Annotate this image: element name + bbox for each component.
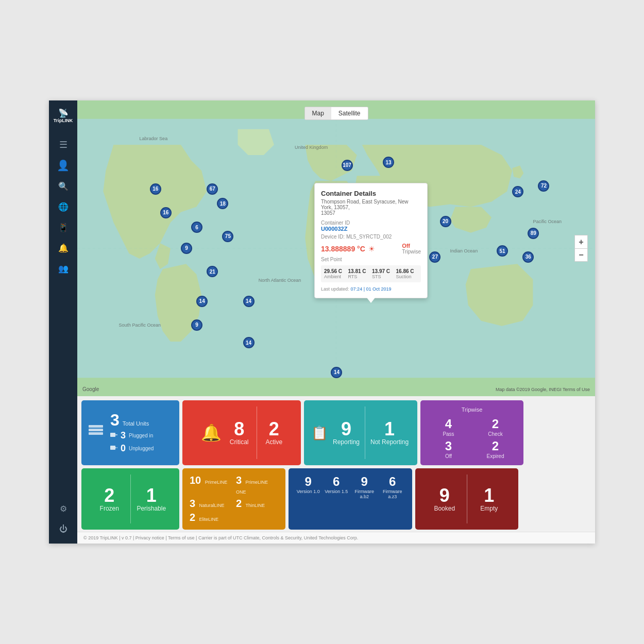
active-label: Active (265, 438, 282, 446)
sidebar-item-map[interactable]: 🌐 (53, 197, 74, 216)
prime10-number: 10 (190, 474, 201, 486)
sidebar-item-user[interactable]: 👤 (53, 156, 74, 175)
stats-row-2: 2 Frozen 1 Perishable 10 (81, 468, 591, 530)
svg-rect-5 (89, 432, 103, 435)
map-marker-21[interactable]: 36 (522, 251, 534, 263)
pass-data: 4 Pass (428, 417, 469, 437)
map-marker-4[interactable]: 16 (160, 207, 172, 218)
app-container: 📡 TripLINK ☰ 👤 🔍 🌐 📱 🔔 👥 ⚙ ⏻ (49, 100, 595, 544)
reporting-clipboard-icon: 📋 (311, 425, 328, 441)
sidebar-logo[interactable]: 📡 TripLINK (53, 106, 74, 126)
svg-rect-3 (89, 425, 103, 428)
tile-primeline[interactable]: 10 PrimeLINE 3 PrimeLINE ONE 3 NaturalLI… (182, 468, 285, 530)
sidebar-item-search[interactable]: 🔍 (53, 177, 74, 195)
map-marker-13[interactable]: 107 (342, 160, 353, 171)
critical-bell-icon: 🔔 (201, 423, 222, 443)
not-reporting-data: 1 Not Reporting (370, 420, 409, 446)
label-pacific: South Pacific Ocean (118, 323, 161, 328)
unplugged-number: 0 (121, 443, 126, 454)
empty-number: 1 (467, 486, 512, 505)
map-marker-18[interactable]: 20 (440, 216, 451, 227)
empty-label: Empty (467, 505, 512, 512)
active-number: 2 (265, 420, 282, 438)
reporting-label: Reporting (333, 438, 360, 446)
map-marker-19[interactable]: 27 (429, 251, 440, 263)
map-marker-1[interactable]: 16 (150, 183, 161, 195)
v10-label: Version 1.0 (296, 489, 321, 494)
reporting-data: 9 Reporting (333, 420, 360, 446)
map-marker-7[interactable]: 75 (222, 231, 233, 242)
zoom-in-button[interactable]: + (574, 235, 588, 248)
unplugged-icon (110, 446, 117, 452)
sidebar-item-settings[interactable]: ⚙ (53, 499, 74, 518)
map-toggle-map[interactable]: Map (304, 107, 331, 120)
sidebar-item-alerts[interactable]: 🔔 (53, 239, 74, 257)
tile-tripwise[interactable]: Tripwise 4 Pass 2 Check 3 (420, 400, 523, 465)
version-10: 9 Version 1.0 (296, 474, 321, 499)
popup-title: Container Details (321, 190, 421, 197)
check-data: 2 Check (474, 417, 516, 437)
popup-sensor-ambient-val: 29.56 C Ambient (324, 268, 346, 279)
popup-container-id[interactable]: U000032Z (321, 226, 350, 232)
container-popup[interactable]: Container Details Thompson Road, East Sy… (314, 183, 428, 298)
label-atlantic: North Atlantic Ocean (259, 278, 301, 283)
popup-device-id: Device ID: ML5_SYRCTD_002 (321, 234, 421, 240)
map-toggle[interactable]: Map Satellite (304, 107, 368, 120)
sidebar-item-power[interactable]: ⏻ (53, 520, 74, 538)
perishable-data: 1 Perishable (131, 486, 173, 512)
primeline-data: 10 PrimeLINE 3 PrimeLINE ONE 3 NaturalLI… (190, 474, 278, 523)
map-marker-6[interactable]: 9 (181, 243, 192, 254)
critical-data: 8 Critical (230, 420, 249, 446)
versions-data: 9 Version 1.0 6 Version 1.5 9 Firmware a… (296, 474, 405, 499)
svg-rect-6 (110, 433, 115, 437)
fa-b2-label: Firmware a.b2 (352, 489, 377, 499)
map-marker-14[interactable]: 13 (383, 157, 394, 168)
map-marker-11[interactable]: 14 (243, 296, 255, 307)
unplugged-label: Unplugged (129, 446, 154, 451)
prime10-label: PrimeLINE (205, 480, 228, 485)
tripwise-data: Tripwise 4 Pass 2 Check 3 (428, 406, 516, 459)
map-marker-24[interactable]: 89 (528, 228, 539, 239)
fa-b2-number: 9 (352, 474, 377, 489)
v15-number: 6 (324, 474, 349, 489)
popup-id-label: Container ID (321, 220, 350, 226)
primeline-4: 2 ThinLINE (236, 498, 278, 510)
map-zoom-controls: + − (574, 235, 588, 262)
plugged-in-number: 3 (121, 430, 126, 441)
sidebar-item-group[interactable]: 👥 (53, 259, 74, 278)
map-marker-9[interactable]: 14 (196, 296, 208, 307)
popup-sensor-grid: 29.56 C Ambient 13.81 C RTS 13.97 C STS … (321, 265, 421, 282)
tripwise-label: Tripwise (428, 406, 516, 413)
tile-versions[interactable]: 9 Version 1.0 6 Version 1.5 9 Firmware a… (289, 468, 412, 530)
map-marker-12[interactable]: 14 (243, 337, 255, 348)
prime2-number: 2 (236, 498, 242, 509)
map-area[interactable]: Labrador Sea United Kingdom North Atlant… (77, 100, 595, 396)
tile-frozen-perishable[interactable]: 2 Frozen 1 Perishable (81, 468, 179, 530)
prime3-number: 3 (236, 474, 242, 486)
sidebar-item-menu[interactable]: ☰ (53, 135, 74, 154)
primeline-1: 10 PrimeLINE (190, 474, 232, 496)
fa-z3-label: Firmware a.z3 (380, 489, 405, 499)
off-data: 3 Off (428, 439, 469, 459)
zoom-out-button[interactable]: − (574, 248, 588, 262)
tile-units[interactable]: 3 Total Units 3 Plugged in 0 (81, 400, 179, 465)
critical-number: 8 (230, 420, 249, 438)
tile-reporting[interactable]: 📋 9 Reporting 1 Not Reporting (304, 400, 417, 465)
not-reporting-number: 1 (370, 420, 409, 438)
booked-label: Booked (422, 505, 467, 512)
expired-label: Expired (474, 453, 516, 459)
map-toggle-satellite[interactable]: Satellite (331, 107, 368, 120)
sidebar-item-device[interactable]: 📱 (53, 218, 74, 236)
tile-booked-empty[interactable]: 9 Booked 1 Empty (415, 468, 518, 530)
tile-critical[interactable]: 🔔 8 Critical 2 Active (182, 400, 301, 465)
map-marker-10[interactable]: 9 (191, 319, 202, 331)
critical-divider (257, 406, 257, 459)
map-marker-25[interactable]: 14 (331, 367, 342, 378)
map-marker-2[interactable]: 67 (207, 183, 218, 195)
booked-data: 9 Booked (422, 486, 467, 512)
popup-last-updated: Last updated: 07:24 | 01 Oct 2019 (321, 285, 421, 292)
expired-number: 2 (474, 439, 516, 453)
v15-label: Version 1.5 (324, 489, 349, 494)
svg-rect-8 (110, 446, 115, 450)
elite2-label: EliteLINE (199, 517, 219, 522)
